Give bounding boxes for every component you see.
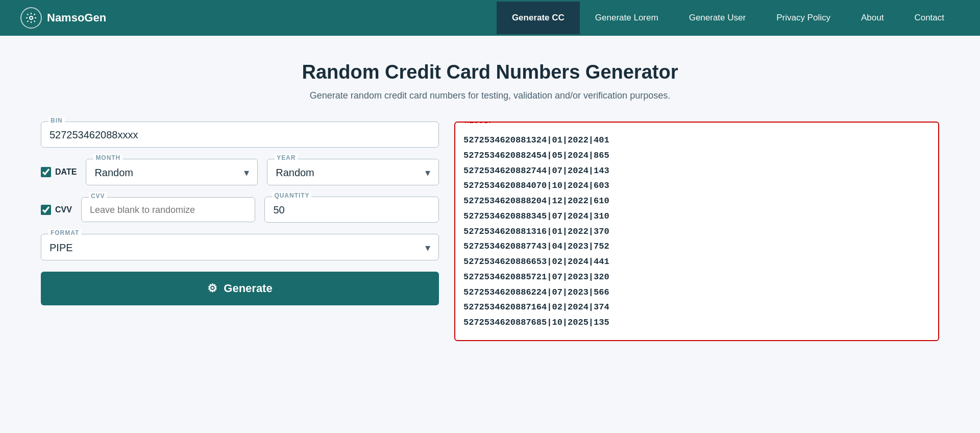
logo-text: NamsoGen [47, 11, 106, 25]
bin-input[interactable] [50, 127, 430, 141]
svg-point-0 [30, 16, 33, 19]
quantity-group: QUANTITY [264, 197, 439, 223]
quantity-label: QUANTITY [272, 192, 311, 199]
nav-links: Generate CC Generate Lorem Generate User… [497, 2, 960, 34]
page-subtitle: Generate random credit card numbers for … [41, 90, 939, 101]
result-entry: 5272534620887743|04|2023|752 [463, 239, 925, 254]
result-entry: 5272534620884070|10|2024|603 [463, 178, 925, 194]
cvv-field-label: CVV [89, 193, 107, 200]
result-entry: 5272534620886653|02|2024|441 [463, 254, 925, 270]
date-checkbox-label[interactable]: DATE [41, 167, 77, 177]
generate-button[interactable]: ⚙ Generate [41, 272, 439, 305]
result-entry: 5272534620881324|01|2022|401 [463, 133, 925, 148]
nav-contact[interactable]: Contact [899, 2, 960, 34]
navbar: NamsoGen Generate CC Generate Lorem Gene… [0, 0, 980, 36]
main-content: Random Credit Card Numbers Generator Gen… [0, 36, 980, 362]
bin-label: BIN [48, 117, 65, 124]
nav-generate-user[interactable]: Generate User [674, 2, 762, 34]
form-section: BIN DATE MONTH Random ▾ Random [41, 122, 439, 305]
result-entry: 5272534620888345|07|2024|310 [463, 209, 925, 224]
nav-about[interactable]: About [846, 2, 899, 34]
cvv-checkbox[interactable] [41, 205, 51, 215]
nav-generate-lorem[interactable]: Generate Lorem [580, 2, 674, 34]
page-title: Random Credit Card Numbers Generator [41, 61, 939, 83]
result-section: RESULT 5272534620881324|01|2022|40152725… [454, 122, 939, 341]
date-checkbox[interactable] [41, 167, 51, 177]
generate-label: Generate [224, 282, 272, 295]
result-entry: 5272534620881316|01|2022|370 [463, 224, 925, 239]
result-entry: 5272534620887164|02|2024|374 [463, 300, 925, 315]
result-label: RESULT [462, 122, 494, 125]
result-entry: 5272534620885721|07|2023|320 [463, 270, 925, 285]
result-entry: 5272534620886224|07|2023|566 [463, 285, 925, 300]
result-entry: 5272534620888204|12|2022|610 [463, 194, 925, 209]
cvv-label-text: CVV [55, 205, 72, 214]
quantity-input[interactable] [273, 204, 430, 216]
date-label: DATE [55, 167, 77, 177]
bin-field-group: BIN [41, 122, 439, 148]
content-row: BIN DATE MONTH Random ▾ Random [41, 122, 939, 341]
cvv-input[interactable] [90, 205, 247, 215]
result-entry: 5272534620882744|07|2024|143 [463, 163, 925, 179]
result-entry: 5272534620887685|10|2025|135 [463, 315, 925, 330]
result-list[interactable]: 5272534620881324|01|2022|401527253462088… [463, 133, 930, 332]
cvv-input-group: CVV [81, 197, 256, 222]
logo[interactable]: NamsoGen [20, 7, 106, 29]
year-select-group[interactable]: YEAR Random ▾ Random 202220232024 202520… [267, 159, 439, 185]
date-row: DATE MONTH Random ▾ Random 010203 040506… [41, 159, 439, 185]
cvv-checkbox-label[interactable]: CVV [41, 205, 72, 215]
nav-privacy-policy[interactable]: Privacy Policy [761, 2, 846, 34]
month-select-group[interactable]: MONTH Random ▾ Random 010203 040506 0708… [86, 159, 258, 185]
nav-generate-cc[interactable]: Generate CC [497, 2, 580, 34]
cvv-row: CVV CVV QUANTITY [41, 197, 439, 223]
logo-icon [20, 7, 42, 29]
format-group[interactable]: FORMAT PIPE ▾ PIPE CSV JSON NONE [41, 234, 439, 260]
generate-gear-icon: ⚙ [207, 282, 217, 295]
result-entry: 5272534620882454|05|2024|865 [463, 148, 925, 163]
